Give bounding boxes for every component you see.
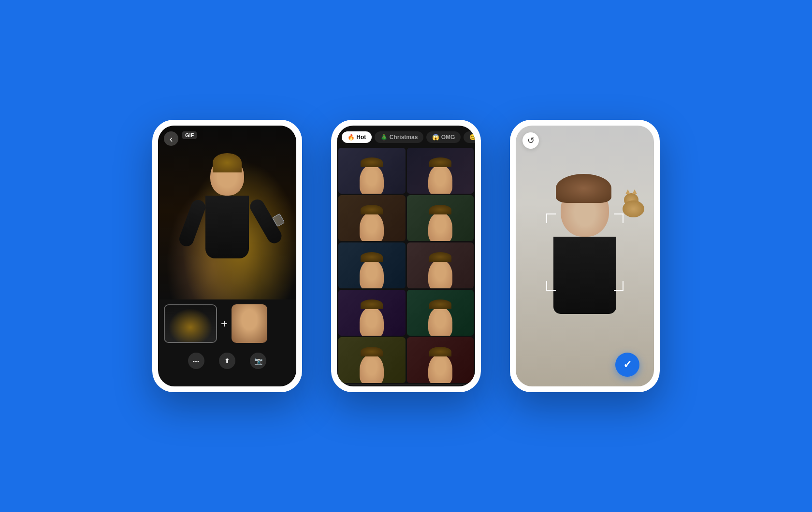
person-body-3 (553, 237, 616, 314)
person-arm-right (247, 197, 284, 246)
phone-1-screen: GIF (158, 126, 296, 386)
person-head-3 (561, 184, 609, 237)
camera-view (516, 126, 654, 386)
instagram-icon (254, 356, 262, 365)
phone-2-screen: 🔥 Hot 🎄 Christmas 😱 OMG 😊 Aweso (337, 126, 475, 386)
gif-cell-9[interactable] (338, 337, 406, 383)
more-icon (193, 356, 200, 365)
phones-container: GIF (152, 120, 660, 392)
phone-3 (510, 120, 660, 392)
phone-2: 🔥 Hot 🎄 Christmas 😱 OMG 😊 Aweso (331, 120, 481, 392)
bottom-navigation (337, 384, 475, 386)
instagram-button[interactable] (250, 353, 266, 369)
gif-cell-7[interactable] (338, 290, 406, 336)
detected-person (536, 184, 633, 348)
thumbnail-2[interactable] (232, 304, 267, 343)
share-icon (224, 356, 230, 365)
thumbnail-1[interactable] (164, 304, 217, 343)
glass-prop (272, 213, 285, 227)
gif-preview-area: GIF (158, 126, 296, 299)
person-hair (213, 153, 242, 172)
main-gif-figure (158, 126, 296, 299)
cat-ear-right (632, 189, 637, 194)
reset-button[interactable] (522, 132, 539, 149)
gif-grid (337, 148, 475, 383)
gif-cell-3[interactable] (338, 195, 406, 241)
tab-christmas[interactable]: 🎄 Christmas (375, 131, 423, 143)
tab-omg[interactable]: 😱 OMG (426, 131, 461, 143)
phone-3-screen (516, 126, 654, 386)
phone-1: GIF (152, 120, 302, 392)
person-figure (188, 157, 266, 283)
back-button[interactable] (164, 131, 178, 146)
checkmark-icon (623, 358, 632, 371)
gif-cell-6[interactable] (407, 242, 474, 288)
cat-ear-left (625, 189, 630, 194)
person-head (210, 157, 244, 196)
gif-cell-10[interactable] (407, 337, 474, 383)
gif-cell-4[interactable] (407, 195, 474, 241)
more-options-button[interactable] (188, 353, 204, 369)
thumbnail-1-image (165, 305, 216, 342)
gif-cell-8[interactable] (407, 290, 474, 336)
share-button[interactable] (219, 353, 235, 369)
cat-overlay (620, 193, 649, 217)
confirm-button[interactable] (615, 353, 639, 377)
tab-hot[interactable]: 🔥 Hot (342, 131, 372, 143)
add-media-button[interactable]: + (221, 317, 228, 330)
cat-body (623, 200, 644, 217)
gif-cell-2[interactable] (407, 148, 474, 194)
person-body (205, 196, 249, 258)
reset-icon (527, 135, 535, 146)
editor-toolbar (158, 348, 296, 376)
gif-cell-5[interactable] (338, 242, 406, 288)
person-hair-3 (556, 174, 611, 203)
person-arm-left (177, 198, 207, 248)
thumbnail-2-image (232, 304, 267, 343)
category-tabs: 🔥 Hot 🎄 Christmas 😱 OMG 😊 Aweso (337, 126, 475, 148)
gif-cell-1[interactable] (338, 148, 406, 194)
thumbnail-strip: + (158, 299, 296, 348)
gif-label: GIF (182, 131, 197, 139)
tab-awesome[interactable]: 😊 Aweso (464, 131, 475, 143)
